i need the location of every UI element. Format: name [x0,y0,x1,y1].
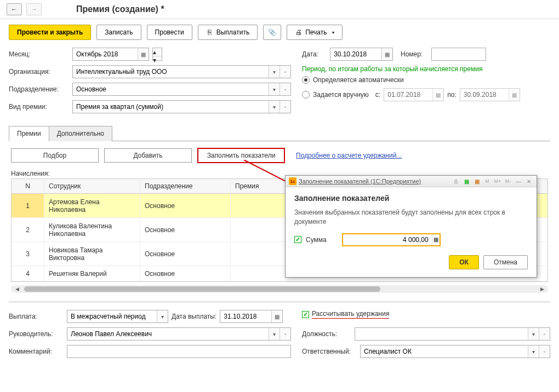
horizontal-scrollbar[interactable]: ◀ ▶ [11,285,548,293]
ext-icon[interactable]: ▫ [280,83,290,95]
scroll-left-icon[interactable]: ◀ [13,285,21,293]
ext-icon[interactable]: ▫ [280,328,290,340]
ext-icon[interactable]: ▫ [539,328,550,340]
number-input[interactable] [432,48,486,60]
sum-input[interactable] [343,234,432,245]
col-bonus: Премия [231,179,286,193]
from-label: с: [375,91,380,99]
add-button[interactable]: Добавить [104,148,192,163]
month-input[interactable] [73,48,138,60]
dropdown-icon[interactable]: ▾ [157,310,168,322]
calc-deductions-checkbox[interactable]: Рассчитывать удержания [302,310,550,319]
fill-indicators-popup: 1c Заполнение показателей (1С:Предприяти… [285,175,537,278]
calc-icon[interactable]: ▦ [432,234,440,245]
popup-description: Значения выбранных показателей будут зап… [294,208,528,227]
popup-mminus-icon[interactable]: M- [504,177,512,185]
dropdown-icon[interactable]: ▾ [269,101,280,113]
app-1c-icon: 1c [289,177,296,185]
popup-cal-icon[interactable]: ▦ [472,177,481,185]
payout-date-input[interactable] [220,310,271,322]
col-employee: Сотрудник [44,179,140,193]
submit-close-button[interactable]: Провести и закрыть [9,25,91,40]
popup-close-icon[interactable]: ✕ [524,177,533,185]
calendar-icon[interactable]: ▦ [509,89,520,101]
checkbox-checked-icon [302,311,309,318]
dropdown-icon[interactable]: ▾ [269,83,280,95]
period-auto-radio[interactable]: Определяется автоматически [302,76,550,84]
org-input[interactable] [73,66,269,78]
popup-mplus-icon[interactable]: M+ [493,177,502,185]
dropdown-icon[interactable]: ▾ [269,66,280,78]
responsible-input[interactable] [361,345,528,358]
manager-label: Руководитель: [9,330,64,338]
month-up-button[interactable]: ▴ [153,48,162,56]
col-dept: Подразделение [140,179,231,193]
select-button[interactable]: Подбор [11,148,99,163]
bonus-type-input[interactable] [73,101,269,113]
tab-additional[interactable]: Дополнительно [49,126,112,141]
dropdown-icon: ▾ [332,30,334,35]
sum-label: Сумма [306,236,327,244]
submit-button[interactable]: Провести [147,25,192,40]
period-to-input[interactable] [460,89,509,101]
popup-window-title: Заполнение показателей (1С:Предприятие) [299,178,449,185]
manager-input[interactable] [67,328,269,340]
nav-forward-button[interactable]: → [26,3,42,15]
comment-label: Комментарий: [9,348,64,355]
deductions-link[interactable]: Подробнее о расчете удержаний... [296,152,402,159]
attach-button[interactable]: 📎 [263,25,281,40]
date-input[interactable] [330,48,381,60]
calendar-icon[interactable]: ▦ [432,89,443,101]
ext-icon[interactable]: ▫ [280,101,290,113]
month-down-button[interactable]: ▾ [153,56,162,64]
fill-indicators-button[interactable]: Заполнить показатели [197,148,285,163]
popup-grid-icon[interactable]: ▦ [462,177,471,185]
dept-input[interactable] [73,83,269,95]
popup-cancel-button[interactable]: Отмена [483,255,528,269]
dropdown-icon[interactable]: ▾ [528,328,539,340]
attach-icon: 📎 [268,28,276,36]
dropdown-icon[interactable]: ▾ [528,345,539,358]
period-header: Период, по итогам работы за который начи… [302,65,550,73]
pay-button[interactable]: ⎘Выплатить [198,25,258,40]
scroll-thumb[interactable] [24,286,380,292]
calendar-icon[interactable]: ▦ [381,48,392,60]
to-label: по: [447,91,457,99]
comment-input[interactable] [67,345,290,358]
bonus-type-label: Вид премии: [9,103,69,111]
popup-print-icon[interactable]: ⎙ [452,177,460,185]
print-button[interactable]: 🖨Печать▾ [287,25,342,40]
date-label: Дата: [302,50,327,58]
org-label: Организация: [9,68,69,76]
ext-icon[interactable]: ▫ [539,345,550,358]
responsible-label: Ответственный: [302,348,357,355]
payout-input[interactable] [67,310,157,322]
calendar-icon[interactable]: ▦ [271,310,282,322]
payout-label: Выплата: [9,313,64,320]
period-from-input[interactable] [384,89,432,101]
col-n: N [12,179,44,193]
popup-heading: Заполнение показателей [294,194,528,203]
number-label: Номер: [401,50,428,58]
month-label: Месяц: [9,50,69,58]
tab-bonuses[interactable]: Премии [9,126,49,141]
popup-minimize-icon[interactable]: — [514,177,523,185]
payout-date-label: Дата выплаты: [172,313,216,320]
scroll-right-icon[interactable]: ▶ [538,285,546,293]
dropdown-icon[interactable]: ▾ [269,328,280,340]
position-label: Должность: [302,330,351,338]
print-icon: 🖨 [295,28,303,36]
period-manual-radio[interactable] [302,91,310,99]
popup-m-icon[interactable]: M [483,177,492,185]
page-title: Премия (создание) * [76,4,164,14]
pay-icon: ⎘ [206,28,214,36]
sum-checkbox[interactable] [294,236,301,243]
calendar-icon[interactable]: ▦ [138,48,149,60]
ext-icon[interactable]: ▫ [280,66,290,78]
popup-ok-button[interactable]: ОК [449,255,479,269]
radio-checked-icon [302,76,310,84]
dept-label: Подразделение: [9,85,69,93]
save-button[interactable]: Записать [96,25,141,40]
nav-back-button[interactable]: ← [7,3,22,15]
position-input[interactable] [355,328,528,340]
